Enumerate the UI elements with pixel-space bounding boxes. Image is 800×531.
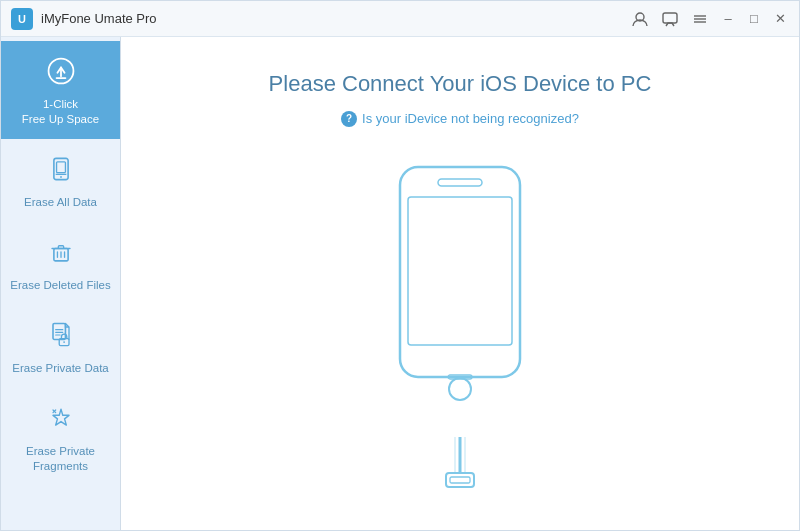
sidebar: 1-ClickFree Up Space Erase All Data: [1, 37, 121, 530]
help-icon: ?: [341, 111, 357, 127]
svg-point-26: [449, 378, 471, 400]
phone-illustration: [380, 157, 540, 497]
svg-rect-15: [53, 323, 65, 339]
erase-private-fragments-label: Erase PrivateFragments: [26, 444, 95, 474]
svg-rect-30: [450, 477, 470, 483]
sidebar-item-erase-deleted-files[interactable]: Erase Deleted Files: [1, 222, 120, 305]
account-icon[interactable]: [629, 8, 651, 30]
erase-all-data-label: Erase All Data: [24, 195, 97, 210]
help-link-text: Is your iDevice not being recognized?: [362, 111, 579, 126]
erase-deleted-files-label: Erase Deleted Files: [10, 278, 110, 293]
svg-rect-1: [663, 13, 677, 23]
erase-private-data-icon: [45, 319, 77, 355]
erase-deleted-files-icon: [45, 236, 77, 272]
phone-svg: [380, 157, 540, 437]
erase-all-data-icon: [45, 153, 77, 189]
menu-icon[interactable]: [689, 8, 711, 30]
cable-svg: [430, 437, 490, 497]
erase-private-data-label: Erase Private Data: [12, 361, 109, 376]
help-link[interactable]: ? Is your iDevice not being recognized?: [341, 111, 579, 127]
svg-point-20: [63, 341, 65, 343]
app-logo: U: [11, 8, 33, 30]
app-window: U iMyFone Umate Pro: [0, 0, 800, 531]
free-up-space-icon: [45, 55, 77, 91]
title-bar: U iMyFone Umate Pro: [1, 1, 799, 37]
maximize-button[interactable]: □: [745, 10, 763, 28]
sidebar-item-erase-private-fragments[interactable]: Erase PrivateFragments: [1, 388, 120, 486]
erase-private-fragments-icon: [45, 402, 77, 438]
sidebar-item-erase-private-data[interactable]: Erase Private Data: [1, 305, 120, 388]
sidebar-item-erase-all-data[interactable]: Erase All Data: [1, 139, 120, 222]
minimize-button[interactable]: –: [719, 10, 737, 28]
sidebar-item-free-up-space[interactable]: 1-ClickFree Up Space: [1, 41, 120, 139]
svg-point-9: [60, 176, 62, 178]
window-controls: – □ ✕: [629, 8, 789, 30]
svg-rect-7: [56, 162, 65, 173]
chat-icon[interactable]: [659, 8, 681, 30]
main-layout: 1-ClickFree Up Space Erase All Data: [1, 37, 799, 530]
connect-title: Please Connect Your iOS Device to PC: [269, 71, 652, 97]
svg-rect-25: [438, 179, 482, 186]
free-up-space-label: 1-ClickFree Up Space: [22, 97, 99, 127]
svg-rect-24: [408, 197, 512, 345]
content-area: Please Connect Your iOS Device to PC ? I…: [121, 37, 799, 530]
close-button[interactable]: ✕: [771, 10, 789, 28]
app-title: iMyFone Umate Pro: [41, 11, 629, 26]
